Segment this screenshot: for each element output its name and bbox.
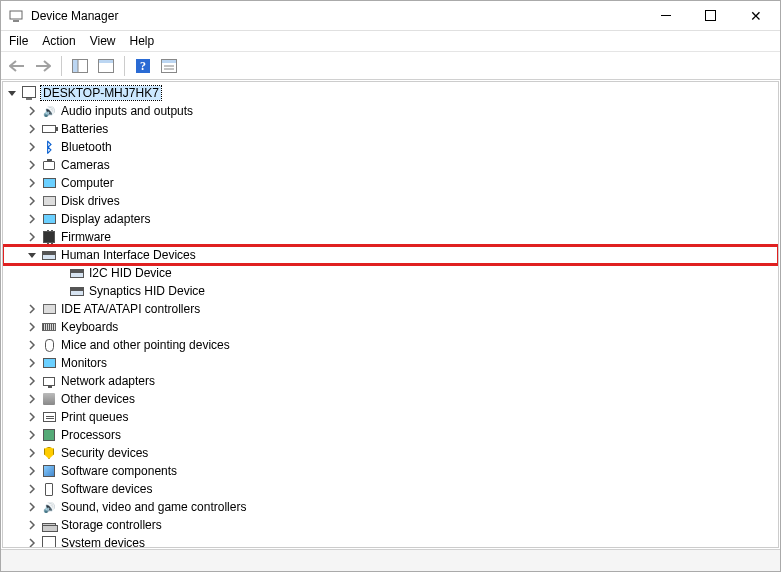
svg-rect-0 [10,11,22,19]
tree-node[interactable]: Monitors [3,354,778,372]
mouse-icon [41,337,57,353]
tree-node[interactable]: Network adapters [3,372,778,390]
svg-rect-3 [73,60,78,72]
window-title: Device Manager [31,9,643,23]
expander-closed-icon[interactable] [25,158,39,172]
tree-node[interactable]: Software components [3,462,778,480]
tree-node-label: Security devices [61,446,148,460]
tree-node[interactable]: Human Interface Devices [3,246,778,264]
tree-node-label: Software components [61,464,177,478]
battery-icon [41,121,57,137]
expander-closed-icon[interactable] [25,356,39,370]
tree-node[interactable]: Security devices [3,444,778,462]
tree-node-label: Processors [61,428,121,442]
tree-node[interactable]: Storage controllers [3,516,778,534]
tree-node-label: Cameras [61,158,110,172]
close-button[interactable]: ✕ [733,2,778,30]
tree-node-label: Disk drives [61,194,120,208]
computer-icon [21,85,37,101]
tree-node[interactable]: Software devices [3,480,778,498]
expander-closed-icon[interactable] [25,428,39,442]
tree-node[interactable]: Processors [3,426,778,444]
properties-button[interactable] [94,55,118,77]
expander-closed-icon[interactable] [25,122,39,136]
expander-closed-icon[interactable] [25,140,39,154]
tree-node[interactable]: Other devices [3,390,778,408]
tree-node[interactable]: Print queues [3,408,778,426]
tree-node-label: Audio inputs and outputs [61,104,193,118]
menu-view[interactable]: View [90,34,116,48]
expander-closed-icon[interactable] [25,500,39,514]
menu-help[interactable]: Help [130,34,155,48]
tree-node[interactable]: DESKTOP-MHJ7HK7 [3,84,778,102]
disk-icon [41,193,57,209]
tree-node[interactable]: Mice and other pointing devices [3,336,778,354]
expander-open-icon[interactable] [25,248,39,262]
tree-node[interactable]: 🔊Audio inputs and outputs [3,102,778,120]
menubar: File Action View Help [1,31,780,52]
tree-node[interactable]: Firmware [3,228,778,246]
menu-action[interactable]: Action [42,34,75,48]
toolbar: ? [1,52,780,80]
storage-icon [41,517,57,533]
expander-closed-icon[interactable] [25,536,39,548]
expander-closed-icon[interactable] [25,482,39,496]
generic-icon [41,391,57,407]
expander-closed-icon[interactable] [25,410,39,424]
hid-icon [69,265,85,281]
expander-closed-icon[interactable] [25,104,39,118]
tree-node[interactable]: Computer [3,174,778,192]
expander-closed-icon[interactable] [25,338,39,352]
expander-closed-icon[interactable] [25,212,39,226]
tree-node-label: System devices [61,536,145,548]
tree-node[interactable]: Batteries [3,120,778,138]
tree-node-label: Batteries [61,122,108,136]
svg-rect-1 [13,20,19,22]
back-button[interactable] [5,55,29,77]
tree-node-label: Network adapters [61,374,155,388]
help-button[interactable]: ? [131,55,155,77]
expander-closed-icon[interactable] [25,446,39,460]
expander-closed-icon[interactable] [25,464,39,478]
expander-closed-icon[interactable] [25,302,39,316]
tree-node-label: Software devices [61,482,152,496]
maximize-button[interactable] [688,2,733,30]
tree-node[interactable]: I2C HID Device [3,264,778,282]
expander-closed-icon[interactable] [25,176,39,190]
expander-closed-icon[interactable] [25,194,39,208]
expander-closed-icon[interactable] [25,230,39,244]
expander-none [53,266,67,280]
expander-closed-icon[interactable] [25,392,39,406]
tree-node-label: I2C HID Device [89,266,172,280]
tree-node[interactable]: Keyboards [3,318,778,336]
svg-rect-6 [99,60,113,63]
expander-closed-icon[interactable] [25,320,39,334]
tree-node[interactable]: System devices [3,534,778,548]
tree-node[interactable]: 🔊Sound, video and game controllers [3,498,778,516]
tree-node[interactable]: Cameras [3,156,778,174]
expander-closed-icon[interactable] [25,518,39,532]
tree-node[interactable]: ᛒBluetooth [3,138,778,156]
tree-node-label: Keyboards [61,320,118,334]
svg-rect-10 [162,60,176,63]
tree-node[interactable]: Synaptics HID Device [3,282,778,300]
expander-open-icon[interactable] [5,86,19,100]
forward-button[interactable] [31,55,55,77]
expander-closed-icon[interactable] [25,374,39,388]
hid-icon [41,247,57,263]
titlebar: Device Manager ✕ [1,1,780,31]
device-tree[interactable]: DESKTOP-MHJ7HK7🔊Audio inputs and outputs… [2,81,779,548]
chip-icon [41,229,57,245]
menu-file[interactable]: File [9,34,28,48]
expander-none [53,284,67,298]
minimize-button[interactable] [643,2,688,30]
action-button[interactable] [157,55,181,77]
tree-node[interactable]: Disk drives [3,192,778,210]
tree-node[interactable]: IDE ATA/ATAPI controllers [3,300,778,318]
tree-node-label: Mice and other pointing devices [61,338,230,352]
speaker-icon: 🔊 [41,499,57,515]
tree-node-label: Sound, video and game controllers [61,500,246,514]
tree-node-label: Monitors [61,356,107,370]
tree-node[interactable]: Display adapters [3,210,778,228]
console-tree-button[interactable] [68,55,92,77]
